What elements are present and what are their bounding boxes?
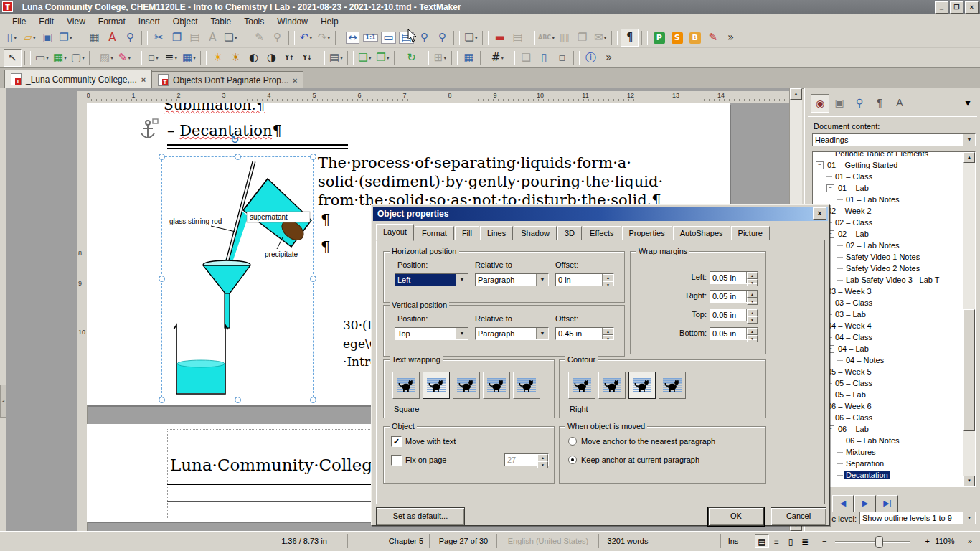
format-painter-button[interactable]: ✎: [251, 29, 268, 46]
insert-drawing-button[interactable]: ▢▾: [70, 50, 86, 66]
zoom-out-button[interactable]: ⚲: [416, 29, 433, 46]
thesaurus-button[interactable]: ▥: [556, 29, 573, 46]
mail-merge-button[interactable]: ✉▾: [592, 29, 608, 46]
dropdown-arrow-icon[interactable]: ▾: [110, 55, 113, 61]
open-file-button[interactable]: ▱▾: [22, 29, 38, 46]
dropdown-arrow-icon[interactable]: ▾: [46, 55, 49, 61]
cancel-button[interactable]: Cancel: [771, 507, 826, 526]
view-mode-button[interactable]: ▭: [380, 29, 397, 46]
tree-item-label[interactable]: 05 – Week 5: [826, 367, 873, 376]
tree-item[interactable]: 06 – Lab Notes: [814, 435, 963, 446]
save-all-button[interactable]: ❐▾: [57, 29, 74, 46]
dropdown-arrow-icon[interactable]: ▾: [70, 34, 72, 41]
tree-item[interactable]: 01 – Lab Notes: [814, 194, 963, 205]
rotate-object-button[interactable]: ↻: [403, 50, 420, 66]
contour-option-2-icon[interactable]: [598, 372, 626, 399]
tree-item[interactable]: 06 – Class: [814, 412, 963, 423]
document-tab-1[interactable]: T_Luna Community College,...×: [4, 70, 152, 88]
tree-item-label[interactable]: 01 – Getting Started: [826, 161, 899, 169]
paragraph-format-icon[interactable]: ¶: [871, 94, 888, 111]
align-objects-button[interactable]: ⊞▾: [432, 50, 448, 66]
spinner-buttons[interactable]: ▲▼: [746, 291, 758, 302]
tree-item-label[interactable]: 02 – Week 2: [826, 207, 873, 215]
page-field[interactable]: Page 27 of 30: [429, 534, 497, 548]
dialog-tab-layout[interactable]: Layout: [376, 224, 414, 241]
spinner-buttons[interactable]: ▲▼: [746, 272, 758, 283]
tree-item[interactable]: −06 – Lab: [814, 423, 963, 435]
tree-item[interactable]: Safety Video 1 Notes: [814, 251, 963, 263]
menu-table[interactable]: Table: [204, 16, 238, 27]
nav-next-button[interactable]: ▶: [854, 495, 876, 512]
search-icon[interactable]: ⚲: [851, 94, 868, 111]
dropdown-arrow-icon[interactable]: ▾: [327, 34, 330, 41]
tree-item-label[interactable]: 06 – Week 6: [826, 402, 873, 410]
insert-text-frame-button[interactable]: ▭▾: [34, 50, 50, 66]
resize-handle-s[interactable]: [235, 397, 241, 403]
character-format-icon[interactable]: A: [891, 94, 908, 111]
tree-item-label[interactable]: 04 – Notes: [844, 356, 885, 364]
tree-item-label[interactable]: 05 – Lab: [834, 390, 867, 399]
tree-item-label[interactable]: 04 – Week 4: [826, 321, 873, 330]
menu-object[interactable]: Object: [166, 16, 204, 27]
undo-button[interactable]: ↶▾: [298, 29, 314, 46]
select-object-button[interactable]: ↖: [4, 49, 22, 67]
tree-item[interactable]: −01 – Lab: [814, 182, 963, 194]
h-offset-spinner[interactable]: 0 in▲▼: [555, 273, 614, 286]
tree-item-label[interactable]: 03 – Lab: [834, 310, 867, 319]
tree-item-label[interactable]: 03 – Week 3: [826, 287, 873, 296]
tree-item-label[interactable]: 04 – Class: [834, 333, 874, 342]
body-paragraph[interactable]: The·process·of·separating·liquids·form·a…: [318, 154, 663, 209]
dropdown-arrow-icon[interactable]: ▾: [14, 34, 17, 41]
zoom-slider-thumb[interactable]: [875, 536, 883, 548]
rotation-handle[interactable]: ↻: [230, 133, 240, 146]
continuous-view-button[interactable]: ≡: [769, 535, 783, 549]
zoom-in-button[interactable]: ⚲: [434, 29, 451, 46]
resize-handle-w[interactable]: [159, 276, 165, 282]
text-wrap-button[interactable]: ▤▾: [328, 50, 344, 66]
menu-view[interactable]: View: [60, 16, 92, 27]
tree-item-label[interactable]: Lab Safety Video 3 - Lab T: [844, 276, 941, 284]
compare-documents-button[interactable]: ❐: [574, 29, 590, 46]
tree-item-label[interactable]: 03 – Class: [834, 298, 874, 307]
dropdown-arrow-icon[interactable]: ▾: [443, 55, 446, 61]
toolbar-overflow-button[interactable]: »: [722, 29, 739, 46]
language-field[interactable]: English (United States): [496, 534, 599, 548]
dialog-tab-fill[interactable]: Fill: [455, 226, 479, 240]
bring-to-front-button[interactable]: ❏▾: [357, 50, 373, 66]
resize-handle-nw[interactable]: [159, 154, 165, 160]
tree-scroll-up-button[interactable]: ▲: [963, 152, 975, 163]
menu-file[interactable]: File: [6, 16, 32, 27]
insert-picture-button[interactable]: ▦▾: [52, 50, 68, 66]
spinner-buttons[interactable]: ▲▼: [746, 328, 758, 339]
v-offset-spinner[interactable]: 0.45 in▲▼: [555, 327, 614, 340]
left-panel-toggle[interactable]: ◂: [0, 385, 6, 418]
tree-item-label[interactable]: 06 – Lab Notes: [844, 436, 901, 445]
zoom-percent-field[interactable]: 110%: [928, 534, 961, 548]
tree-item[interactable]: 02 – Lab Notes: [814, 240, 963, 251]
contour-option-1-icon[interactable]: [568, 372, 595, 399]
planmaker-button[interactable]: P: [651, 29, 667, 46]
dropdown-arrow-icon[interactable]: ▾: [128, 55, 131, 61]
send-to-back-button[interactable]: ❐▾: [374, 50, 391, 66]
text-wrapping-option-2-icon[interactable]: [423, 372, 450, 399]
document-tab-2[interactable]: TObjects Don't Paginate Prop...×: [151, 71, 303, 88]
dropdown-arrow-icon[interactable]: ▾: [369, 55, 372, 61]
move-anchor-radio[interactable]: [568, 437, 577, 446]
zoom-out-minus[interactable]: −: [822, 534, 826, 548]
menu-insert[interactable]: Insert: [132, 16, 166, 27]
copy-button[interactable]: ❐: [169, 29, 185, 46]
dropdown-arrow-icon[interactable]: ▾: [501, 55, 504, 61]
zoom-tool-button[interactable]: ⚲: [269, 29, 286, 46]
brightness-up-button[interactable]: ☀: [209, 50, 226, 66]
tree-item-label[interactable]: 04 – Lab: [837, 344, 870, 353]
window-titlebar[interactable]: T _Luna Community College, CHEM1120LE - …: [0, 0, 980, 14]
new-document-button[interactable]: ▯▾: [4, 29, 20, 46]
dropdown-arrow-icon[interactable]: ▾: [64, 55, 67, 61]
brightness-down-button[interactable]: ☀: [227, 50, 244, 66]
resize-handle-e[interactable]: [310, 276, 316, 282]
tree-item-label[interactable]: 06 – Class: [834, 413, 874, 422]
dialog-tab-properties[interactable]: Properties: [622, 226, 672, 240]
export-pdf-button[interactable]: A: [104, 29, 121, 46]
tree-item[interactable]: −02 – Week 2: [814, 205, 963, 217]
tree-item-label[interactable]: 02 – Class: [834, 218, 874, 227]
